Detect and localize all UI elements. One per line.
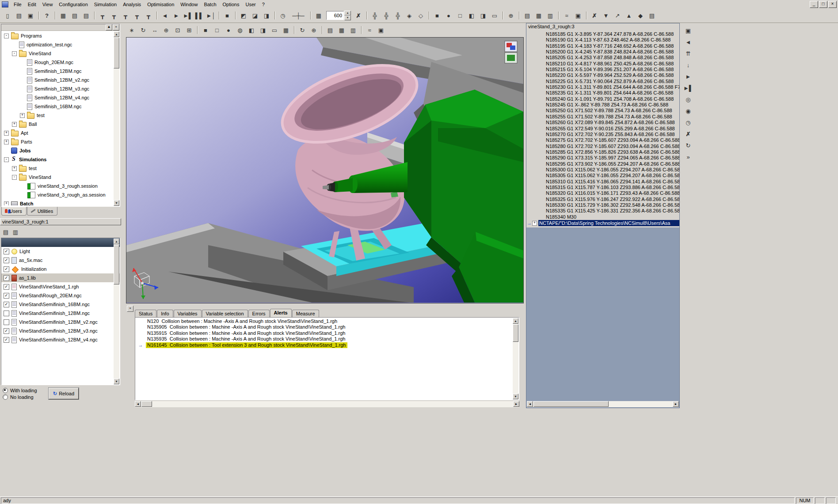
gcode-line[interactable]: N185210 G1 X-4.817 Y-88.961 Z50.425 A-68… [526, 61, 679, 67]
layer-row[interactable]: VineStand\Semifinish_12BM_v2.ngc [1, 318, 120, 326]
expander-icon[interactable] [12, 122, 17, 127]
alert-row[interactable]: N135905 Collision between : Machine -Axi… [135, 324, 512, 330]
tree-scrollbar[interactable]: ▲ ▼ [114, 31, 119, 206]
chart-button[interactable]: ≈ [364, 25, 375, 35]
render-shaded-button[interactable]: ■ [200, 25, 211, 35]
tree-item[interactable]: Semifinish_16BM.ngc [2, 102, 113, 111]
program-manager-button[interactable]: ▤ [69, 10, 80, 21]
scroll-thumb[interactable] [114, 38, 119, 68]
view-iso-button[interactable]: ◈ [404, 10, 415, 21]
gcode-line[interactable]: N185320 G1 X116.015 Y-186.171 Z293.43 A-… [526, 190, 679, 196]
minimize-button[interactable]: _ [810, 1, 818, 8]
scroll-right-icon[interactable]: ► [673, 401, 679, 407]
zoom-tool-button[interactable]: ⊕ [506, 10, 516, 21]
menu-item[interactable]: Configuration [56, 1, 91, 8]
console-tab[interactable]: Alerts [270, 309, 292, 317]
layer-checkbox[interactable] [4, 319, 9, 325]
gcode-line[interactable]: N185190 G1 X-4.113 Y-87.63 Z48.462 A-68.… [526, 37, 679, 43]
menu-item[interactable]: Options [220, 1, 243, 8]
sync-button[interactable]: ↻ [683, 140, 693, 151]
layer-checkbox[interactable] [4, 284, 9, 290]
sim-play-to-button[interactable]: ►▌ [183, 10, 193, 21]
layer-row[interactable]: VineStand\Semifinish_12BM_v4.ngc [1, 335, 120, 344]
view-fit-button[interactable]: ⊡ [172, 25, 183, 35]
loading-option[interactable]: With loading [3, 387, 47, 394]
gcode-line[interactable]: N185310 G1 X115.416 Y-186.065 Z294.141 A… [526, 179, 679, 185]
left-tab[interactable]: Users [1, 207, 27, 216]
scroll-thumb[interactable] [114, 245, 119, 284]
gcode-line[interactable]: N185315 G1 X115.787 Y-186.103 Z293.886 A… [526, 185, 679, 190]
alerts-scrollbar[interactable]: ▲ ▼ [513, 318, 518, 399]
spin-up-icon[interactable]: ▲ [344, 11, 351, 15]
gcode-line[interactable]: N185235 G1 X-1.311 Y-89.801 Z54.644 A-68… [526, 90, 679, 96]
solid-section-button[interactable]: ◨ [478, 10, 488, 21]
tree-close-button[interactable]: × [113, 24, 119, 30]
menu-item[interactable]: Simulation [91, 1, 120, 8]
expander-icon[interactable] [12, 166, 17, 171]
tool-copy-button[interactable]: ┳ [132, 10, 142, 21]
render-box-button[interactable]: ▦ [281, 25, 291, 35]
gcode-line[interactable]: N185200 G1 X-4.245 Y-87.838 Z48.824 A-68… [526, 49, 679, 55]
step-back-button[interactable]: ◄ [683, 37, 693, 47]
goto-line-button[interactable]: ↓ [683, 60, 693, 70]
capture-button[interactable]: ▣ [573, 10, 583, 21]
gcode-line[interactable]: N185305 G1 X115.062 Y-186.055 Z294.207 A… [526, 173, 679, 178]
solid-cylinder-button[interactable]: ● [443, 10, 454, 21]
layer-row[interactable]: VineStand\VineStand_1.rgh [1, 282, 120, 291]
tools-table-button[interactable]: ▦ [533, 10, 544, 21]
tree-item[interactable]: Semifinish_12BM_v2.ngc [2, 76, 113, 84]
layer-row[interactable]: VineStand\Semifinish_16BM.ngc [1, 300, 120, 309]
export-button[interactable]: ◆ [635, 10, 646, 21]
gcode-line[interactable]: N185205 G1 X-4.253 Y-87.858 Z48.848 A-68… [526, 55, 679, 61]
jump-top-button[interactable]: ⇈ [683, 48, 693, 59]
gcode-line[interactable]: N185275 G1 X72.702 Y-185.607 Z293.094 A-… [526, 137, 679, 143]
coords-table-button[interactable]: ▤ [325, 25, 335, 35]
tool-library-button[interactable]: ┳ [97, 10, 108, 21]
layers-scrollbar[interactable]: ▲ ▼ [114, 239, 119, 384]
render-transparent-button[interactable]: ◍ [235, 25, 245, 35]
tree-item[interactable]: Jobs [2, 146, 113, 155]
clear-button[interactable]: ✗ [683, 129, 693, 139]
gcode-line[interactable]: N185335 G1 X115.425 Y-186.331 Z292.356 A… [526, 208, 679, 214]
gcode-line[interactable]: N185260 G1 X72.089 Y-89.845 Z54.872 A-68… [526, 120, 679, 125]
spin-down-icon[interactable]: ▼ [344, 15, 351, 20]
tree-scroll-up-button[interactable]: ▲ [106, 24, 112, 30]
menu-item[interactable]: Window [177, 1, 201, 8]
alert-row[interactable]: N161645 Collision between : Tool extensi… [135, 342, 512, 348]
gcode-line[interactable]: N185220 G1 X-5.597 Y-89.964 Z52.529 A-68… [526, 72, 679, 78]
layer-checkbox[interactable] [4, 275, 9, 281]
render-wire-button[interactable]: □ [212, 25, 222, 35]
gcode-line[interactable]: N185295 G1 X73.902 Y-186.055 Z294.207 A-… [526, 161, 679, 167]
gcode-line[interactable]: N185230 G1 X-1.311 Y-89.801 Z54.644 A-68… [526, 84, 679, 90]
menu-item[interactable]: ? [259, 1, 268, 8]
scroll-thumb[interactable] [533, 401, 609, 407]
render-plane-button[interactable]: ▭ [269, 25, 280, 35]
layer-row[interactable]: Light [1, 247, 120, 256]
target-current-button[interactable]: ◎ [683, 94, 693, 105]
close-button[interactable]: × [828, 1, 837, 8]
scroll-up-icon[interactable]: ▲ [114, 31, 119, 37]
console-tab[interactable]: Variables [174, 310, 202, 317]
console-tab[interactable]: Status [135, 310, 156, 317]
layer-row[interactable]: Initialization [1, 265, 120, 273]
scroll-thumb[interactable] [141, 401, 152, 407]
menu-item[interactable]: Batch [201, 1, 219, 8]
layer-checkbox[interactable] [4, 258, 9, 263]
history-button[interactable]: ◷ [683, 117, 693, 128]
scroll-up-icon[interactable]: ▲ [114, 239, 119, 244]
sim-stop-button[interactable]: ■ [222, 10, 232, 21]
chart-button[interactable]: ≈ [561, 10, 572, 21]
solid-plane-button[interactable]: ▭ [489, 10, 500, 21]
expander-icon[interactable] [4, 131, 9, 136]
tool-edit-button[interactable]: ┳ [120, 10, 131, 21]
target-select-button[interactable]: ◉ [683, 106, 693, 116]
sim-rewind-button[interactable]: ◄ [160, 10, 170, 21]
scroll-left-icon[interactable]: ◄ [135, 401, 141, 407]
view-user-button[interactable]: ◇ [415, 10, 426, 21]
menu-item[interactable]: File [11, 1, 25, 8]
tree-item[interactable]: test [2, 164, 113, 173]
stopwatch-button[interactable]: ◷ [278, 10, 288, 21]
sim-play-button[interactable]: ► [171, 10, 182, 21]
scroll-down-icon[interactable]: ▼ [513, 394, 518, 399]
scroll-right-icon[interactable]: ► [513, 401, 519, 407]
